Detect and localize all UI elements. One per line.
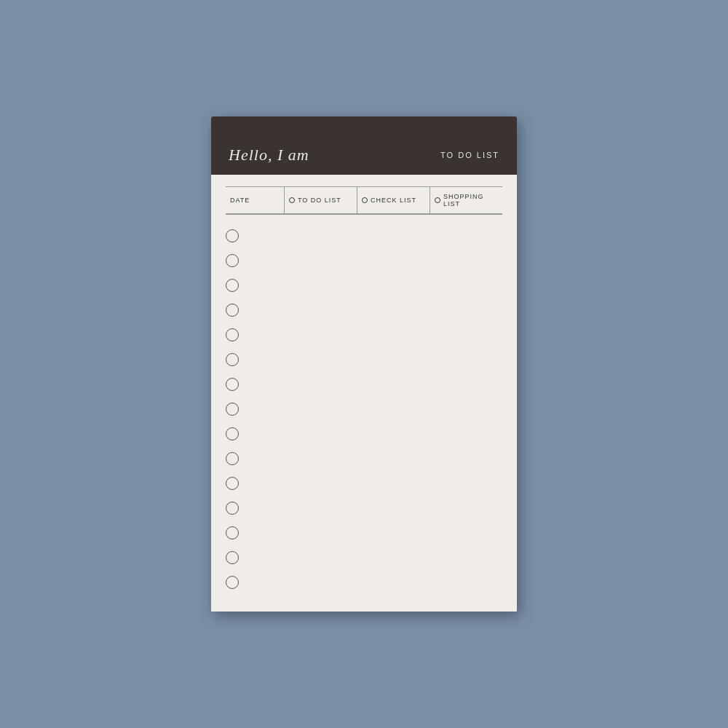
check-line	[246, 459, 502, 459]
notepad: Hello, I am TO DO LIST DATE TO DO LIST C…	[211, 116, 517, 612]
checklist-item[interactable]	[226, 298, 502, 323]
check-line	[246, 360, 502, 360]
check-line	[246, 533, 502, 534]
check-line	[246, 483, 502, 484]
category-shopping: SHOPPING LIST	[430, 187, 502, 213]
todo-circle-icon	[289, 197, 295, 203]
check-circle-icon	[362, 197, 368, 203]
checklist-item[interactable]	[226, 496, 502, 521]
check-line	[246, 384, 502, 385]
check-circle[interactable]	[226, 576, 239, 589]
header-hello-text: Hello, I am	[229, 146, 309, 165]
checklist-item[interactable]	[226, 347, 502, 372]
checklist-item[interactable]	[226, 446, 502, 471]
check-line	[246, 508, 502, 509]
check-line	[246, 261, 502, 261]
category-check: CHECK LIST	[357, 187, 430, 213]
checklist-item[interactable]	[226, 545, 502, 570]
check-circle[interactable]	[226, 403, 239, 416]
check-line	[246, 285, 502, 286]
header-dark-band	[211, 116, 517, 138]
checklist-item[interactable]	[226, 248, 502, 273]
check-circle[interactable]	[226, 477, 239, 490]
check-line	[246, 409, 502, 410]
bottom-divider	[226, 214, 502, 215]
checklist-area	[226, 223, 502, 595]
check-line	[246, 558, 502, 558]
check-circle[interactable]	[226, 551, 239, 564]
check-line	[246, 434, 502, 435]
check-line	[246, 335, 502, 336]
body-section: DATE TO DO LIST CHECK LIST SHOPPING LIST	[211, 175, 517, 612]
checklist-item[interactable]	[226, 422, 502, 446]
check-line	[246, 582, 502, 583]
check-circle[interactable]	[226, 452, 239, 465]
check-circle[interactable]	[226, 353, 239, 366]
check-circle[interactable]	[226, 502, 239, 515]
check-circle[interactable]	[226, 526, 239, 539]
category-row: DATE TO DO LIST CHECK LIST SHOPPING LIST	[226, 187, 502, 214]
check-circle[interactable]	[226, 427, 239, 440]
check-circle[interactable]	[226, 279, 239, 292]
checklist-item[interactable]	[226, 372, 502, 397]
check-line	[246, 310, 502, 311]
header-title-row: Hello, I am TO DO LIST	[211, 138, 517, 175]
header-todo-label: TO DO LIST	[440, 151, 499, 159]
check-circle[interactable]	[226, 254, 239, 267]
checklist-item[interactable]	[226, 223, 502, 248]
checklist-item[interactable]	[226, 521, 502, 545]
check-circle[interactable]	[226, 328, 239, 341]
check-line	[246, 236, 502, 237]
category-todo: TO DO LIST	[284, 187, 357, 213]
category-date: DATE	[226, 187, 284, 213]
checklist-item[interactable]	[226, 323, 502, 347]
check-circle[interactable]	[226, 378, 239, 391]
checklist-item[interactable]	[226, 397, 502, 422]
check-circle[interactable]	[226, 229, 239, 242]
shopping-circle-icon	[435, 197, 440, 203]
checklist-item[interactable]	[226, 471, 502, 496]
check-circle[interactable]	[226, 304, 239, 317]
checklist-item[interactable]	[226, 570, 502, 595]
checklist-item[interactable]	[226, 273, 502, 298]
